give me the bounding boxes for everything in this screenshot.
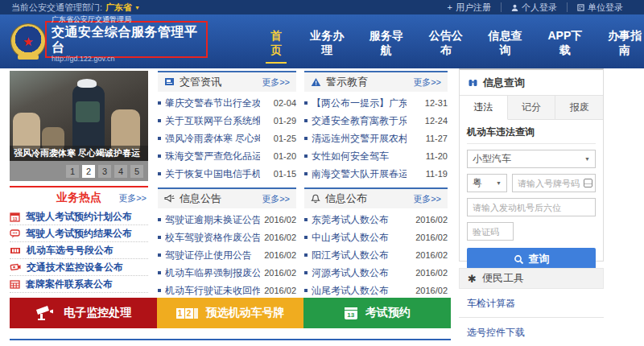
star-icon: ★ bbox=[23, 35, 33, 47]
keyboard-icon[interactable] bbox=[584, 179, 592, 187]
tab-violation[interactable]: 违法 bbox=[460, 96, 508, 120]
megaphone-icon bbox=[164, 194, 175, 204]
plate-prefix-select[interactable]: 粤 ▼ bbox=[467, 174, 507, 192]
newspaper-icon bbox=[164, 77, 175, 87]
section-info-notice: 信息公告 更多>> 驾驶证逾期未换证公告2016/02 校车驾驶资格作废公告20… bbox=[158, 187, 296, 299]
nav-item-service-guide[interactable]: 服务导航 bbox=[367, 29, 406, 64]
plus-icon: + bbox=[448, 2, 452, 12]
query-submit-button[interactable]: 查询 bbox=[467, 248, 596, 270]
asterisk-icon: ✱ bbox=[468, 273, 477, 285]
section-header: 信息公布 更多>> bbox=[304, 187, 448, 208]
camera-icon bbox=[10, 262, 21, 273]
more-link[interactable]: 更多>> bbox=[413, 193, 441, 205]
news-item[interactable]: 珠海交警严查危化品运输车...01-20 bbox=[158, 147, 296, 165]
chevron-down-icon[interactable]: ▼ bbox=[134, 5, 140, 10]
news-item[interactable]: 机动车临界强制报废公告2016/02 bbox=[158, 264, 296, 282]
hot-business-title: 业务热点 bbox=[56, 191, 101, 205]
hot-item[interactable]: 交通技术监控设备公布 bbox=[10, 259, 148, 276]
svg-text:13: 13 bbox=[13, 216, 18, 220]
news-item[interactable]: 校车驾驶资格作废公告2016/02 bbox=[158, 229, 296, 246]
tools-title: 便民工具 bbox=[482, 271, 524, 286]
topbar: 当前公安交通管理部门: 广东省 ▼ + 用户注册 个人登录 单位登录 bbox=[0, 0, 644, 14]
nav-item-business[interactable]: 业务办理 bbox=[308, 29, 346, 64]
chevron-down-icon: ▼ bbox=[584, 156, 590, 162]
nav-item-info-query[interactable]: 信息查询 bbox=[486, 29, 525, 64]
banner-electronic-monitoring[interactable]: 电子监控处理 bbox=[10, 298, 157, 328]
hot-business-panel: 业务热点 更多>> 13 驾驶人考试预约计划公布 驾驶人考试预约结果公布 机动车… bbox=[10, 186, 148, 293]
bell-icon bbox=[311, 194, 320, 204]
hot-item[interactable]: 套牌案件联系表公布 bbox=[10, 276, 148, 293]
site-identity[interactable]: 广东省公安厅交通管理局 交通安全综合服务管理平台 http://gd.122.g… bbox=[45, 21, 208, 58]
tool-vehicle-inspection-calculator[interactable]: 车检计算器 bbox=[459, 289, 604, 318]
emblem-ribbon bbox=[18, 55, 39, 60]
vehicle-type-select[interactable]: 小型汽车 ▼ bbox=[467, 150, 596, 168]
org-login-link[interactable]: 单位登录 bbox=[567, 2, 633, 12]
news-item[interactable]: 肇庆交警春节出行全攻略，...02-04 bbox=[158, 94, 296, 112]
news-item[interactable]: 东莞考试人数公布2016/02 bbox=[304, 211, 448, 229]
hot-business-more-link[interactable]: 更多>> bbox=[118, 192, 147, 204]
hot-item[interactable]: 驾驶人考试预约结果公布 bbox=[10, 225, 148, 242]
section-info-publish: 信息公布 更多>> 东莞考试人数公布2016/02 中山考试人数公布2016/0… bbox=[304, 187, 448, 299]
form-title: 机动车违法查询 bbox=[467, 126, 596, 144]
tool-plate-selection-plugin-download[interactable]: 选号控件下载 bbox=[459, 318, 604, 346]
captcha-input[interactable] bbox=[467, 222, 514, 241]
carousel-page-4[interactable]: 4 bbox=[114, 165, 127, 178]
nav-item-app-download[interactable]: APP下载 bbox=[546, 29, 585, 64]
news-item[interactable]: 驾驶证停止使用公告2016/02 bbox=[158, 246, 296, 264]
current-dept-value[interactable]: 广东省 bbox=[105, 2, 132, 14]
quick-entry-banners: 电子监控处理 12 预选机动车号牌 13 考试预约 bbox=[10, 298, 451, 328]
engine-number-input[interactable] bbox=[467, 198, 596, 216]
current-dept-label: 当前公安交通管理部门: bbox=[11, 2, 102, 14]
section-title: 警示教育 bbox=[326, 75, 368, 89]
news-item[interactable]: 强风冷雨袭体寒 尽心竭诚...01-25 bbox=[158, 130, 296, 147]
nav-item-handling-guide[interactable]: 办事指南 bbox=[605, 29, 644, 64]
more-link[interactable]: 更多>> bbox=[413, 76, 441, 89]
active-underline bbox=[266, 62, 287, 64]
banner-exam-appointment[interactable]: 13 考试预约 bbox=[303, 298, 451, 328]
more-link[interactable]: 更多>> bbox=[262, 76, 290, 89]
query-panel-header: 信息查询 bbox=[460, 70, 603, 95]
news-item[interactable]: 交通安全教育寓教于乐12-24 bbox=[304, 112, 448, 130]
binoculars-icon bbox=[468, 78, 478, 88]
news-item[interactable]: 【两公布一提示】广东“元...12-31 bbox=[304, 94, 448, 112]
news-item[interactable]: 关于恢复中国电信手机用户...01-15 bbox=[158, 165, 296, 183]
tab-points[interactable]: 记分 bbox=[508, 96, 556, 119]
news-item[interactable]: 机动车行驶证未收回作废公告2016/02 bbox=[158, 282, 296, 299]
hot-item[interactable]: 13 驾驶人考试预约计划公布 bbox=[10, 208, 148, 225]
carousel-caption[interactable]: 强风冷雨袭体寒 尽心竭诚护春运 bbox=[10, 146, 148, 161]
news-item[interactable]: 中山考试人数公布2016/02 bbox=[304, 229, 448, 246]
news-item[interactable]: 南海交警大队开展春运安全...11-19 bbox=[304, 165, 448, 183]
chat-icon bbox=[10, 229, 20, 239]
hot-item[interactable]: 机动车选号号段公布 bbox=[10, 242, 148, 259]
query-tabs: 违法 记分 报废 bbox=[460, 95, 603, 120]
user-register-link[interactable]: + 用户注册 bbox=[438, 2, 501, 12]
section-title: 交管资讯 bbox=[180, 75, 221, 89]
news-item[interactable]: 阳江考试人数公布2016/02 bbox=[304, 246, 448, 264]
news-item[interactable]: 河源考试人数公布2016/02 bbox=[304, 264, 448, 282]
news-item[interactable]: 关于互联网平台系统维护的...01-29 bbox=[158, 112, 296, 130]
nav-item-home[interactable]: 首页 bbox=[266, 29, 287, 64]
carousel-page-2[interactable]: 2 bbox=[82, 165, 95, 178]
news-item[interactable]: 女性如何安全驾车11-20 bbox=[304, 147, 448, 165]
carousel-page-3[interactable]: 3 bbox=[98, 165, 111, 178]
section-title: 信息公告 bbox=[180, 192, 221, 206]
tab-scrap[interactable]: 报废 bbox=[555, 96, 603, 119]
info-query-panel: 信息查询 违法 记分 报废 机动车违法查询 小型汽车 ▼ 粤 ▼ bbox=[459, 68, 604, 262]
more-link[interactable]: 更多>> bbox=[262, 193, 290, 205]
banner-preselect-plate[interactable]: 12 预选机动车号牌 bbox=[157, 298, 304, 328]
carousel-page-5[interactable]: 5 bbox=[130, 165, 143, 178]
carousel-page-1[interactable]: 1 bbox=[66, 165, 79, 178]
personal-login-link[interactable]: 个人登录 bbox=[501, 2, 567, 12]
violation-query-form: 机动车违法查询 小型汽车 ▼ 粤 ▼ 查询 bbox=[460, 120, 603, 276]
site-header: ★ 广东省公安厅交通管理局 交通安全综合服务管理平台 http://gd.122… bbox=[0, 14, 644, 68]
section-title: 信息公布 bbox=[325, 192, 367, 206]
news-item[interactable]: 汕尾考试人数公布2016/02 bbox=[304, 282, 448, 299]
calendar-icon: 13 bbox=[345, 307, 357, 319]
section-header: 交管资讯 更多>> bbox=[158, 71, 296, 92]
convenience-tools-panel: ✱ 便民工具 车检计算器 选号控件下载 bbox=[459, 268, 604, 346]
news-item[interactable]: 驾驶证逾期未换证公告2016/02 bbox=[158, 211, 296, 229]
nav-item-announcements[interactable]: 公告公布 bbox=[427, 29, 465, 64]
section-warning-education: 警示教育 更多>> 【两公布一提示】广东“元...12-31 交通安全教育寓教于… bbox=[304, 71, 448, 183]
news-item[interactable]: 清远连州交警开展农村道路...11-27 bbox=[304, 130, 448, 147]
news-carousel[interactable]: 强风冷雨袭体寒 尽心竭诚护春运 1 2 3 4 5 bbox=[10, 71, 148, 181]
